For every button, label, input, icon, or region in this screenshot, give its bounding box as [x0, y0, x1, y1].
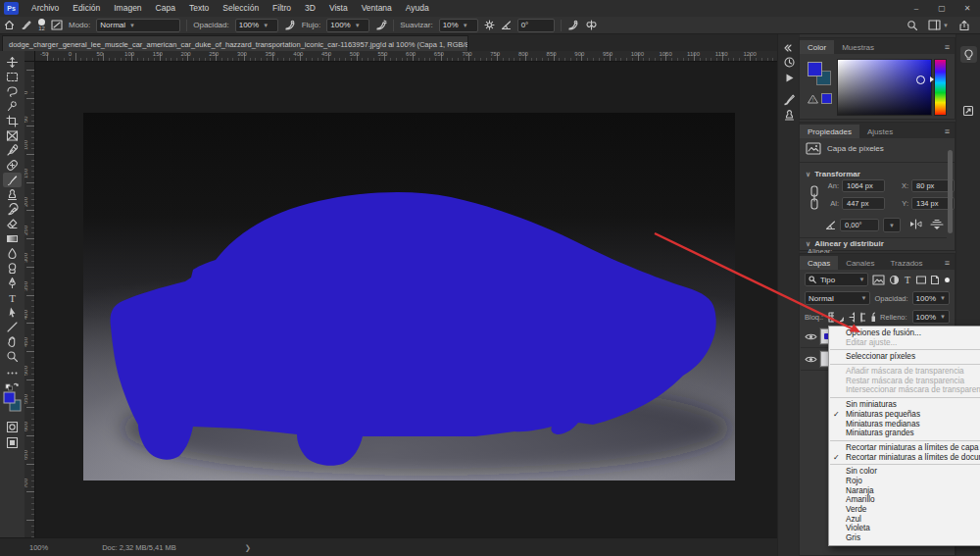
hue-slider[interactable] — [934, 59, 947, 116]
menubar-item[interactable]: 3D — [298, 0, 322, 17]
close-button[interactable]: ✕ — [955, 0, 980, 17]
airbrush-icon[interactable] — [375, 20, 387, 30]
gamut-color-swatch[interactable] — [821, 93, 832, 104]
tab-muestras[interactable]: Muestras — [834, 40, 882, 54]
blur-tool[interactable] — [3, 246, 22, 261]
panel-menu-icon[interactable]: ≡ — [945, 42, 955, 54]
home-icon[interactable] — [4, 20, 15, 30]
type-tool[interactable]: T — [3, 290, 22, 305]
brush-tool-icon[interactable] — [21, 20, 32, 30]
context-menu-item[interactable]: Sin color — [829, 467, 980, 477]
brush-settings-panel-icon[interactable] — [781, 91, 797, 107]
status-options-chevron[interactable]: ❯ — [245, 543, 251, 552]
context-menu-item[interactable]: Verde — [829, 505, 980, 515]
filter-adjustment-layers-icon[interactable] — [889, 275, 899, 285]
context-menu-item[interactable]: ✓Miniaturas pequeñas — [829, 410, 980, 420]
color-swatches[interactable] — [808, 62, 831, 85]
tab-propiedades[interactable]: Propiedades — [800, 125, 859, 138]
lock-all-icon[interactable] — [870, 312, 875, 323]
maximize-button[interactable]: ▢ — [929, 0, 955, 17]
height-field[interactable]: 447 px — [842, 197, 885, 210]
brush-preset-picker[interactable]: 12 — [38, 19, 45, 31]
filter-pixel-layers-icon[interactable] — [872, 275, 884, 285]
clone-stamp-tool[interactable] — [3, 187, 22, 202]
menubar-item[interactable]: Texto — [182, 0, 216, 17]
foreground-color-swatch[interactable] — [808, 62, 822, 76]
eraser-tool[interactable] — [3, 217, 22, 231]
toggle-brush-panel-icon[interactable] — [51, 20, 63, 30]
menubar-item[interactable]: Ventana — [355, 0, 399, 17]
discover-lightbulb-icon[interactable] — [960, 46, 977, 63]
hand-tool[interactable] — [3, 334, 22, 349]
lock-artboard-icon[interactable] — [859, 312, 865, 323]
brush-tool[interactable] — [3, 173, 22, 187]
history-brush-tool[interactable] — [3, 202, 22, 217]
context-menu-item[interactable]: Opciones de fusión... — [829, 329, 980, 338]
width-field[interactable]: 1064 px — [842, 179, 885, 192]
path-selection-tool[interactable] — [3, 305, 22, 320]
document-image[interactable] — [83, 113, 735, 480]
lock-transparency-icon[interactable] — [828, 312, 834, 323]
menubar-item[interactable]: Selección — [216, 0, 266, 17]
quick-selection-tool[interactable] — [3, 99, 22, 114]
opacity-select[interactable]: 100%▼ — [235, 19, 278, 32]
frame-tool[interactable] — [3, 128, 22, 143]
gear-icon[interactable] — [484, 20, 495, 30]
context-menu-item[interactable]: Gris — [829, 533, 980, 543]
menubar-item[interactable]: Vista — [322, 0, 355, 17]
layer-filter-select[interactable]: Tipo▼ — [805, 273, 868, 286]
layer-visibility-eye-icon[interactable] — [801, 332, 820, 341]
panel-scrollbar[interactable] — [948, 150, 953, 233]
move-tool[interactable] — [3, 55, 22, 70]
menubar-item[interactable]: Imagen — [107, 0, 148, 17]
pressure-size-icon[interactable] — [567, 20, 579, 30]
dodge-tool[interactable] — [3, 261, 22, 276]
share-icon[interactable] — [958, 20, 970, 31]
flip-vertical-icon[interactable] — [930, 219, 944, 230]
context-menu-item[interactable]: Miniaturas grandes — [829, 429, 980, 438]
menubar-item[interactable]: Ayuda — [399, 0, 436, 17]
filter-smart-objects-icon[interactable] — [930, 275, 939, 285]
layer-visibility-eye-icon[interactable] — [801, 355, 820, 364]
filter-shape-layers-icon[interactable] — [915, 275, 926, 285]
menubar-item[interactable]: Archivo — [24, 0, 66, 17]
layer-opacity-select[interactable]: 100%▼ — [912, 291, 950, 305]
color-picker-marker[interactable] — [916, 76, 925, 84]
export-panel-icon[interactable] — [960, 103, 976, 119]
screen-mode-icon[interactable] — [3, 435, 22, 450]
menubar-item[interactable]: Capa — [149, 0, 182, 17]
tab-capas[interactable]: Capas — [800, 256, 838, 270]
hue-slider-marker[interactable] — [930, 76, 934, 82]
layer-blend-mode-select[interactable]: Normal▼ — [805, 291, 870, 305]
smoothing-select[interactable]: 10%▼ — [439, 19, 478, 32]
context-menu-item[interactable]: Violeta — [829, 524, 980, 533]
tab-canales[interactable]: Canales — [838, 256, 882, 270]
actions-panel-icon[interactable] — [781, 70, 797, 85]
lock-pixels-icon[interactable] — [839, 312, 845, 323]
quick-mask-icon[interactable] — [3, 420, 22, 434]
document-tab[interactable]: dodge_charger_general_lee_muscle_car_ame… — [2, 35, 468, 52]
panel-menu-icon[interactable]: ≡ — [945, 258, 955, 270]
context-menu-item[interactable]: Rojo — [829, 477, 980, 486]
context-menu-item[interactable]: Recortar miniaturas a límites de capa — [829, 443, 980, 453]
lock-position-icon[interactable] — [849, 312, 855, 323]
flow-select[interactable]: 100%▼ — [326, 19, 369, 32]
brush-angle-field[interactable]: 0° — [517, 19, 555, 32]
lasso-tool[interactable] — [3, 84, 22, 99]
context-menu-item[interactable]: Miniaturas medianas — [829, 420, 980, 430]
context-menu-item[interactable]: Seleccionar píxeles — [829, 352, 980, 362]
context-menu-item[interactable]: ✓Recortar miniaturas a límites de docume… — [829, 453, 980, 463]
symmetry-icon[interactable] — [585, 20, 598, 30]
foreground-background-swatches[interactable] — [3, 390, 22, 416]
menubar-item[interactable]: Edición — [66, 0, 107, 17]
shape-tool[interactable] — [3, 320, 22, 334]
canvas-area[interactable]: -500501001502002503003504004505005506006… — [24, 51, 777, 537]
clone-source-panel-icon[interactable] — [781, 107, 797, 123]
layer-fill-select[interactable]: 100%▼ — [912, 310, 950, 324]
flip-horizontal-icon[interactable] — [909, 219, 922, 229]
history-panel-icon[interactable] — [781, 54, 797, 70]
link-dimensions-icon[interactable] — [809, 185, 819, 211]
context-menu-item[interactable]: Naranja — [829, 486, 980, 496]
panel-menu-icon[interactable]: ≡ — [945, 126, 955, 138]
tab-color[interactable]: Color — [800, 40, 834, 54]
